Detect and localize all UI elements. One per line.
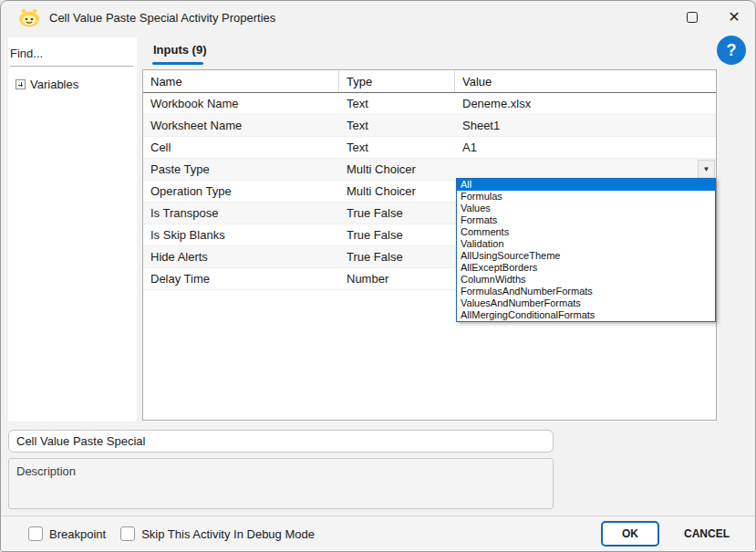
ok-button[interactable]: OK bbox=[601, 521, 659, 547]
cell-name: Operation Type bbox=[143, 181, 339, 202]
dropdown-item[interactable]: FormulasAndNumberFormats bbox=[457, 286, 715, 297]
cell-name: Hide Alerts bbox=[143, 246, 339, 267]
table-row[interactable]: Workbook Name Text Deneme.xlsx bbox=[143, 93, 716, 115]
column-header-value[interactable]: Value bbox=[455, 70, 716, 92]
maximize-icon bbox=[687, 12, 698, 23]
table-row[interactable]: Cell Text A1 bbox=[143, 137, 716, 159]
cell-name: Is Transpose bbox=[143, 203, 339, 224]
breakpoint-label: Breakpoint bbox=[49, 527, 106, 541]
chevron-down-icon: ▼ bbox=[703, 165, 710, 173]
cell-value[interactable]: A1 bbox=[455, 137, 716, 158]
dropdown-item[interactable]: AllExceptBorders bbox=[457, 262, 715, 274]
skip-debug-checkbox[interactable] bbox=[120, 526, 135, 541]
tab-active-indicator bbox=[152, 62, 203, 65]
cell-type: Text bbox=[339, 115, 455, 136]
question-mark-icon: ? bbox=[727, 41, 737, 60]
dropdown-item[interactable]: All bbox=[457, 179, 715, 191]
dropdown-item[interactable]: Comments bbox=[457, 226, 715, 238]
expand-plus-icon[interactable] bbox=[16, 79, 26, 89]
activity-name-input[interactable] bbox=[8, 430, 554, 453]
dialog-window: Cell Value Paste Special Activity Proper… bbox=[0, 0, 756, 552]
cell-name: Cell bbox=[143, 137, 339, 158]
cancel-button[interactable]: CANCEL bbox=[684, 527, 730, 540]
maximize-button[interactable] bbox=[671, 2, 713, 33]
dropdown-item[interactable]: ValuesAndNumberFormats bbox=[457, 297, 715, 309]
skip-debug-label: Skip This Activity In Debug Mode bbox=[141, 527, 315, 541]
column-header-name[interactable]: Name bbox=[143, 70, 339, 92]
cell-name: Delay Time bbox=[143, 268, 339, 289]
help-button[interactable]: ? bbox=[717, 36, 746, 65]
cell-type: True False bbox=[339, 224, 455, 245]
dropdown-item[interactable]: Validation bbox=[457, 238, 715, 250]
table-header-row: Name Type Value bbox=[143, 70, 716, 93]
dropdown-item[interactable]: Values bbox=[457, 203, 715, 214]
cell-type: True False bbox=[339, 246, 455, 267]
title-bar: Cell Value Paste Special Activity Proper… bbox=[1, 1, 755, 34]
cell-value[interactable]: Sheet1 bbox=[455, 115, 716, 136]
table-row[interactable]: Worksheet Name Text Sheet1 bbox=[143, 115, 716, 137]
column-header-type[interactable]: Type bbox=[339, 70, 455, 92]
dropdown-item[interactable]: AllMergingConditionalFormats bbox=[457, 309, 715, 321]
cell-type: Text bbox=[339, 137, 455, 158]
cell-name: Is Skip Blanks bbox=[143, 224, 339, 245]
cell-name: Paste Type bbox=[143, 159, 339, 180]
close-icon: ✕ bbox=[728, 10, 740, 25]
find-input[interactable]: Find... bbox=[10, 45, 133, 67]
dropdown-item[interactable]: Formats bbox=[457, 214, 715, 226]
cell-value[interactable]: Deneme.xlsx bbox=[455, 93, 716, 114]
cell-name: Workbook Name bbox=[143, 93, 339, 114]
dropdown-item[interactable]: AllUsingSourceTheme bbox=[457, 250, 715, 262]
bee-app-icon bbox=[17, 7, 41, 27]
cell-type: Text bbox=[339, 93, 455, 114]
cell-type: Multi Choicer bbox=[339, 181, 455, 202]
cell-type: Number bbox=[339, 268, 455, 289]
breakpoint-checkbox[interactable] bbox=[28, 526, 43, 541]
close-button[interactable]: ✕ bbox=[713, 2, 755, 33]
combo-dropdown-button[interactable]: ▼ bbox=[698, 160, 715, 179]
dropdown-item[interactable]: ColumnWidths bbox=[457, 274, 715, 286]
footer: Breakpoint Skip This Activity In Debug M… bbox=[1, 516, 755, 551]
tab-inputs[interactable]: Inputs (9) bbox=[153, 43, 207, 57]
cell-name: Worksheet Name bbox=[143, 115, 339, 136]
dropdown-item[interactable]: Formulas bbox=[457, 191, 715, 203]
tree-item-variables[interactable]: Variables bbox=[16, 78, 137, 91]
cell-type: Multi Choicer bbox=[339, 159, 455, 180]
tree-item-label: Variables bbox=[30, 78, 78, 91]
cell-value-combo[interactable]: ▼ bbox=[455, 159, 716, 180]
sidebar: Find... Variables bbox=[8, 37, 137, 422]
paste-type-dropdown: All Formulas Values Formats Comments Val… bbox=[456, 178, 716, 322]
cell-type: True False bbox=[339, 203, 455, 224]
description-textarea[interactable]: Description bbox=[8, 458, 554, 509]
window-title: Cell Value Paste Special Activity Proper… bbox=[49, 11, 275, 25]
